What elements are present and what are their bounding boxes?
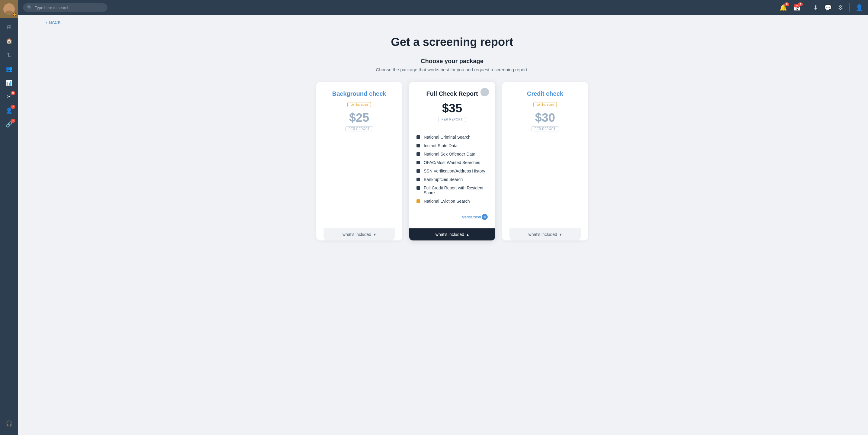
transunion-icon: ® (482, 214, 488, 220)
feature-bullet-national-criminal (416, 135, 420, 139)
credit-check-card: Credit check coming soon $30 PER REPORT … (502, 82, 588, 240)
sidebar-item-tenants[interactable]: 👥 (1, 62, 17, 76)
transfer-icon: ⇅ (7, 52, 11, 58)
topbar-divider (807, 3, 807, 12)
sidebar-item-support[interactable]: 🎧 (1, 417, 17, 430)
full-check-title: Full Check Report (416, 90, 488, 97)
feature-credit-report-label: Full Credit Report with Resident Score (424, 185, 488, 195)
credit-whats-included-button[interactable]: what's included ▾ (509, 228, 581, 240)
svg-point-0 (7, 5, 11, 10)
settings-button[interactable]: ⚙ (838, 4, 843, 11)
credit-coming-soon-badge: coming soon (533, 102, 557, 107)
headset-icon: 🎧 (6, 420, 12, 427)
packages-grid: Background check coming soon $25 PER REP… (316, 82, 588, 240)
credit-per-report: PER REPORT (531, 126, 559, 132)
chart-icon: 📊 (6, 80, 12, 86)
grid-icon: ⊞ (7, 24, 11, 30)
links-badge: 7 (10, 119, 16, 123)
sidebar-item-links[interactable]: 🔗 7 (1, 118, 17, 131)
notifications-button[interactable]: 🔔 8 (780, 4, 787, 11)
feature-national-criminal-label: National Criminal Search (424, 135, 470, 140)
tools-badge: 9 (10, 91, 16, 95)
feature-bullet-sex-offender (416, 152, 420, 156)
features-list: National Criminal Search Instant State D… (416, 128, 488, 211)
feature-bankruptcies-label: Bankruptcies Search (424, 177, 463, 182)
full-check-whats-included-button[interactable]: what's included ▴ (409, 228, 495, 240)
sidebar-item-contacts[interactable]: 👤 7 (1, 104, 17, 117)
background-check-card: Background check coming soon $25 PER REP… (316, 82, 402, 240)
background-chevron-down-icon: ▾ (374, 232, 376, 237)
packages-description: Choose the package that works best for y… (54, 67, 850, 72)
home-icon: 🏠 (6, 38, 12, 45)
credit-whats-included-label: what's included (528, 232, 557, 237)
transunion-logo: TransUnion ® (416, 211, 488, 225)
background-check-title: Background check (323, 90, 395, 97)
background-coming-soon-badge: coming soon (347, 102, 371, 107)
sidebar-item-properties[interactable]: 🏠 (1, 34, 17, 48)
main-content: ‹ BACK Get a screening report Choose you… (36, 15, 868, 435)
svg-point-1 (5, 10, 13, 15)
feature-instant-state: Instant State Data (416, 141, 488, 150)
back-label: BACK (49, 20, 61, 25)
credit-check-price: $30 (509, 111, 581, 124)
feature-sex-offender-label: National Sex Offender Data (424, 152, 475, 156)
notifications-badge: 8 (784, 2, 789, 6)
feature-bullet-instant-state (416, 144, 420, 147)
avatar[interactable] (0, 0, 18, 18)
background-check-price: $25 (323, 111, 395, 124)
feature-sex-offender: National Sex Offender Data (416, 150, 488, 158)
sidebar-item-reports[interactable]: 📊 (1, 76, 17, 89)
featured-circle-decoration (480, 88, 489, 96)
feature-bankruptcies: Bankruptcies Search (416, 175, 488, 184)
user-menu-button[interactable]: 👤 (856, 4, 863, 11)
sidebar-nav: ⊞ 🏠 ⇅ 👥 📊 ✂ 9 👤 7 🔗 7 (0, 18, 18, 417)
full-check-per-report: PER REPORT (438, 117, 466, 122)
transunion-text: TransUnion (461, 215, 481, 219)
feature-credit-report: Full Credit Report with Resident Score (416, 184, 488, 197)
back-arrow-icon: ‹ (46, 20, 48, 25)
full-check-chevron-up-icon: ▴ (467, 232, 469, 237)
sidebar-item-transactions[interactable]: ⇅ (1, 48, 17, 62)
feature-bullet-ofac (416, 161, 420, 164)
feature-ssn-label: SSN Verification/Address History (424, 169, 485, 173)
search-container[interactable]: 🔍 (23, 3, 107, 12)
full-check-whats-included-label: what's included (435, 232, 464, 237)
feature-bullet-credit-report (416, 186, 420, 190)
feature-ssn: SSN Verification/Address History (416, 167, 488, 175)
contacts-badge: 7 (10, 105, 16, 109)
sidebar: ⊞ 🏠 ⇅ 👥 📊 ✂ 9 👤 7 🔗 7 🎧 (0, 0, 18, 435)
full-check-price: $35 (416, 102, 488, 115)
feature-ofac: OFAC/Most Wanted Searches (416, 158, 488, 167)
search-icon: 🔍 (27, 5, 32, 10)
back-button[interactable]: ‹ BACK (36, 15, 868, 30)
download-button[interactable]: ⬇ (813, 4, 818, 11)
background-whats-included-button[interactable]: what's included ▾ (323, 228, 395, 240)
background-per-report: PER REPORT (345, 126, 373, 132)
chat-button[interactable]: 💬 (824, 4, 832, 11)
calendar-button[interactable]: 📅 2 (793, 4, 801, 11)
page-title: Get a screening report (36, 36, 868, 49)
packages-section: Choose your package Choose the package t… (36, 58, 868, 253)
sidebar-item-tools[interactable]: ✂ 9 (1, 90, 17, 103)
avatar-status-badge (13, 13, 16, 16)
sidebar-item-dashboard[interactable]: ⊞ (1, 21, 17, 34)
packages-subtitle: Choose your package (54, 58, 850, 65)
credit-check-title: Credit check (509, 90, 581, 97)
feature-eviction-label: National Eviction Search (424, 199, 470, 204)
feature-eviction: National Eviction Search (416, 197, 488, 205)
topbar: 🔍 🔔 8 📅 2 ⬇ 💬 ⚙ 👤 (18, 0, 868, 15)
feature-instant-state-label: Instant State Data (424, 143, 458, 148)
credit-chevron-down-icon: ▾ (560, 232, 562, 237)
sidebar-bottom: 🎧 (1, 417, 17, 435)
feature-bullet-ssn (416, 169, 420, 173)
feature-bullet-bankruptcies (416, 178, 420, 181)
topbar-right: 🔔 8 📅 2 ⬇ 💬 ⚙ 👤 (780, 3, 863, 12)
tools-icon: ✂ (7, 93, 11, 100)
feature-ofac-label: OFAC/Most Wanted Searches (424, 160, 480, 165)
search-input[interactable] (35, 5, 103, 10)
topbar-divider2 (849, 3, 849, 12)
full-check-report-card: Full Check Report $35 PER REPORT Nationa… (409, 82, 495, 240)
background-whats-included-label: what's included (343, 232, 371, 237)
page-header: Get a screening report (36, 30, 868, 58)
feature-bullet-eviction (416, 199, 420, 203)
